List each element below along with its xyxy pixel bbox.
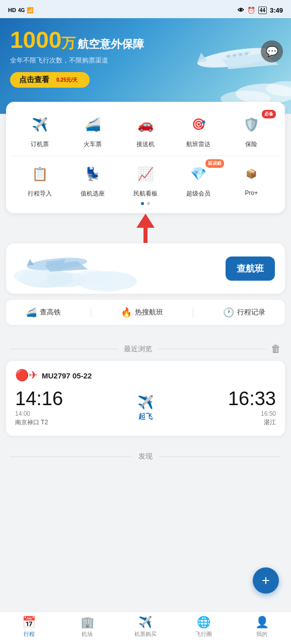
depart-time: 14:16 xyxy=(15,389,63,408)
alarm-icon: ⏰ xyxy=(247,7,255,14)
flight-card-header: 🔴✈ MU2797 05-22 xyxy=(15,369,276,382)
nav-circle-icon: 🌐 xyxy=(197,616,210,629)
status-signal: 📶 xyxy=(27,7,34,14)
nav-item-itinerary[interactable]: 📅 行程 xyxy=(17,616,42,638)
recent-section-title: 最近浏览 xyxy=(118,345,158,354)
battery-icon: 44 xyxy=(258,7,267,14)
quick-divider-2 xyxy=(193,307,193,317)
banner-cta-label: 点击查看 xyxy=(19,75,49,85)
status-4g: 4G xyxy=(18,8,25,13)
insurance-icon: 🛡️ xyxy=(239,112,264,137)
hot-quick-icon: 🔥 xyxy=(121,307,132,318)
dot-1 xyxy=(141,202,144,205)
nav-airport-label: 机场 xyxy=(82,630,93,638)
itinerary-icon: 📋 xyxy=(27,161,52,186)
nav-item-profile[interactable]: 👤 我的 xyxy=(249,616,274,638)
status-right: 👁 ⏰ 44 3:49 xyxy=(238,7,283,14)
bottom-nav: 📅 行程 🏢 机场 ✈️ 机票购买 🌐 飞行圈 👤 我的 xyxy=(0,611,291,644)
clock-time: 3:49 xyxy=(270,7,283,14)
nav-tickets-label: 机票购买 xyxy=(134,630,157,638)
arrow-annotation xyxy=(0,213,291,243)
banner: 1000 万 航空意外保障 全年不限飞行次数，不限购票渠道 点击查看 0.25元… xyxy=(0,18,291,114)
svg-point-12 xyxy=(14,269,49,283)
hot-quick-label: 热搜航班 xyxy=(135,308,163,317)
quick-link-train[interactable]: 🚄 查高铁 xyxy=(26,307,61,318)
status-network: HD xyxy=(8,7,16,13)
arrive-sub: 16:50 xyxy=(228,410,276,417)
icon-item-insurance[interactable]: 必备 🛡️ 保险 xyxy=(225,112,278,149)
grid-divider xyxy=(11,156,280,156)
history-quick-label: 行程记录 xyxy=(237,308,265,317)
radar-label: 航班雷达 xyxy=(186,140,210,149)
flight-status: 起飞 xyxy=(138,412,153,421)
flight-middle: ✈️ 起飞 xyxy=(137,395,154,421)
nav-item-airport[interactable]: 🏢 机场 xyxy=(75,616,100,638)
board-label: 民航看板 xyxy=(133,189,158,198)
icon-item-flights[interactable]: ✈️ 订机票 xyxy=(13,112,66,149)
status-bar: HD 4G 📶 👁 ⏰ 44 3:49 xyxy=(0,0,291,18)
nav-itinerary-icon: 📅 xyxy=(22,616,36,629)
search-flights-button[interactable]: 查航班 xyxy=(226,256,275,281)
insurance-label: 保险 xyxy=(245,140,257,149)
vip-label: 超级会员 xyxy=(186,189,210,198)
banner-desc: 全年不限飞行次数，不限购票渠道 xyxy=(10,56,281,65)
banner-amount: 1000 xyxy=(10,28,61,51)
nav-itinerary-label: 行程 xyxy=(24,630,35,638)
discover-divider-left xyxy=(10,457,132,457)
divider-right xyxy=(158,349,266,349)
price-badge: 0.25元/天 xyxy=(53,76,81,85)
svg-marker-19 xyxy=(26,259,34,266)
icon-item-itinerary[interactable]: 📋 行程导入 xyxy=(13,161,66,198)
flight-number-value: MU2797 xyxy=(42,371,70,380)
chat-button[interactable]: 💬 xyxy=(261,40,283,62)
radar-icon: 🎯 xyxy=(186,112,211,137)
trash-icon[interactable]: 🗑 xyxy=(271,343,281,355)
status-left: HD 4G 📶 xyxy=(8,7,34,14)
icon-item-radar[interactable]: 🎯 航班雷达 xyxy=(172,112,225,149)
icon-item-vip[interactable]: 延误赔 💎 超级会员 xyxy=(172,161,225,198)
icon-grid-row1: ✈️ 订机票 🚄 火车票 🚗 接送机 🎯 航班雷达 必备 🛡️ 保险 xyxy=(11,112,280,149)
depart-sub: 14:00 xyxy=(15,410,63,417)
nav-item-circle[interactable]: 🌐 飞行圈 xyxy=(191,616,216,638)
flights-icon: ✈️ xyxy=(27,112,52,137)
transfer-icon: 🚗 xyxy=(133,112,158,137)
icon-grid-row2: 📋 行程导入 💺 值机选座 📈 民航看板 延误赔 💎 超级会员 📦 Pro+ xyxy=(11,161,280,198)
arrive-time: 16:33 xyxy=(228,389,276,408)
arrive-airport: 湛江 xyxy=(228,418,276,427)
banner-cta-button[interactable]: 点击查看 0.25元/天 xyxy=(10,72,90,88)
nav-profile-icon: 👤 xyxy=(255,616,269,629)
quick-links-bar: 🚄 查高铁 🔥 热搜航班 🕐 行程记录 xyxy=(6,300,285,325)
search-flights-label: 查航班 xyxy=(237,264,264,274)
flight-search-card: 查航班 xyxy=(6,243,285,294)
recent-section-header: 最近浏览 🗑 xyxy=(0,341,291,361)
quick-link-history[interactable]: 🕐 行程记录 xyxy=(223,307,265,318)
icon-item-board[interactable]: 📈 民航看板 xyxy=(119,161,172,198)
icon-item-transfer[interactable]: 🚗 接送机 xyxy=(119,112,172,149)
fab-button[interactable]: + xyxy=(253,567,279,594)
vip-badge: 延误赔 xyxy=(205,159,224,168)
icon-item-pro[interactable]: 📦 Pro+ xyxy=(225,161,278,198)
checkin-icon: 💺 xyxy=(80,161,105,186)
battery-level: 44 xyxy=(260,8,265,13)
train-icon: 🚄 xyxy=(80,112,105,137)
checkin-label: 值机选座 xyxy=(81,189,105,198)
train-quick-label: 查高铁 xyxy=(40,308,61,317)
depart-airport: 南京禄口 T2 xyxy=(15,418,63,427)
nav-tickets-icon: ✈️ xyxy=(138,616,152,629)
spacer-2 xyxy=(0,442,291,450)
flight-direction-icon: ✈️ xyxy=(137,395,154,410)
transfer-label: 接送机 xyxy=(136,140,155,149)
icon-item-checkin[interactable]: 💺 值机选座 xyxy=(66,161,119,198)
icon-item-train[interactable]: 🚄 火车票 xyxy=(66,112,119,149)
quick-link-hot[interactable]: 🔥 热搜航班 xyxy=(121,307,163,318)
flight-card[interactable]: 🔴✈ MU2797 05-22 14:16 14:00 南京禄口 T2 ✈️ 起… xyxy=(6,361,285,436)
flights-label: 订机票 xyxy=(31,140,49,149)
discover-section-title: 发现 xyxy=(132,452,159,461)
history-quick-icon: 🕐 xyxy=(223,307,234,318)
discover-section-header: 发现 xyxy=(0,450,291,467)
banner-wan: 万 xyxy=(61,34,76,53)
bottom-padding xyxy=(0,467,291,507)
nav-item-tickets[interactable]: ✈️ 机票购买 xyxy=(133,616,158,638)
nav-circle-label: 飞行圈 xyxy=(195,630,212,638)
page-dots xyxy=(11,202,280,205)
